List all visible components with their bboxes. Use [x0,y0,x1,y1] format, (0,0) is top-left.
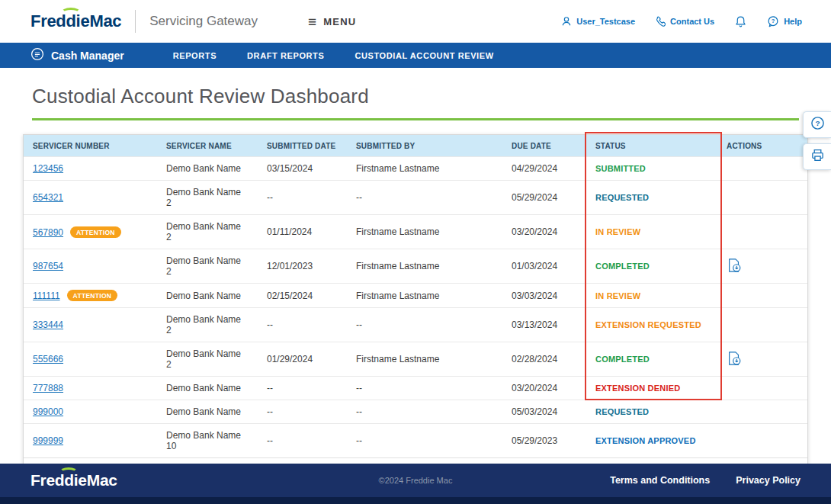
question-circle-icon: ? [810,116,825,133]
nav-item-reports[interactable]: REPORTS [173,51,217,60]
submitted-date-cell: -- [258,377,347,400]
user-menu[interactable]: User_Testcase [561,16,635,27]
side-toolbar: ? [803,111,831,170]
submitted-date-cell: -- [258,308,347,342]
table-row: 777888 Demo Bank Name -- -- 03/20/2024 E… [24,377,807,400]
page-footer: FreddieMac ©2024 Freddie Mac Terms and C… [0,464,831,504]
servicer-number-link[interactable]: 123456 [33,163,63,174]
notifications-button[interactable] [734,15,747,28]
submitted-by-cell: -- [347,424,502,458]
due-date-cell: 05/03/2024 [502,400,586,424]
due-date-cell: 05/29/2024 [502,181,586,215]
servicer-name-cell: Demo Bank Name 2 [157,342,258,377]
help-label: Help [784,17,802,26]
actions-cell [717,157,807,181]
column-header: STATUS [586,135,717,157]
servicer-number-link[interactable]: 999000 [33,406,63,417]
status-cell: EXTENSION APPROVED [586,424,717,458]
column-header: DUE DATE [502,135,586,157]
footer-link-privacy-policy[interactable]: Privacy Policy [736,475,801,486]
actions-cell [717,308,807,342]
help-link[interactable]: ? Help [767,15,802,27]
footer-links: Terms and ConditionsPrivacy Policy [610,475,801,486]
servicer-name-cell: Demo Bank Name 2 [157,215,258,249]
copyright-text: ©2024 Freddie Mac [379,476,453,485]
header-actions: User_Testcase Contact Us ? Help [561,15,802,28]
footer-freddie-mac-logo[interactable]: FreddieMac [30,471,117,490]
submitted-date-cell: -- [258,400,347,424]
due-date-cell: 03/03/2024 [502,284,586,308]
table-row: 654321 Demo Bank Name 2 -- -- 05/29/2024… [24,181,807,215]
servicer-number-link[interactable]: 111111 [33,291,60,301]
nav-item-draft-reports[interactable]: DRAFT REPORTS [247,51,324,60]
table-row: 123456 Demo Bank Name 03/15/2024 Firstna… [24,157,807,181]
download-report-icon[interactable] [727,351,742,366]
app-label: Cash Manager [51,50,124,62]
actions-cell [717,400,807,424]
cash-manager-home[interactable]: Cash Manager [30,47,124,63]
status-cell: EXTENSION REQUESTED [586,308,717,342]
bell-icon [734,15,747,28]
svg-text:?: ? [815,119,820,127]
status-cell: IN REVIEW [586,284,717,308]
servicer-number-link[interactable]: 777888 [33,383,63,393]
product-name: Servicing Gateway [149,14,258,29]
servicer-name-cell: Demo Bank Name 10 [157,424,258,458]
due-date-cell: 01/03/2024 [502,249,586,284]
servicer-number-cell: 999999 [24,424,157,458]
servicer-number-cell: 654321 [24,181,157,215]
submitted-by-cell: -- [347,308,502,342]
servicer-number-link[interactable]: 999999 [33,435,63,446]
actions-cell [717,249,807,284]
footer-logo-text-freddie: Freddie [30,471,87,489]
phone-icon [655,16,666,27]
svg-text:?: ? [772,18,775,24]
submitted-by-cell: -- [347,181,502,215]
column-header: SERVICER NUMBER [24,135,157,157]
servicer-number-cell: 999000 [24,400,157,424]
servicer-name-cell: Demo Bank Name 2 [157,308,258,342]
table-row: 555666 Demo Bank Name 2 01/29/2024 First… [24,342,807,377]
review-table: SERVICER NUMBERSERVICER NAMESUBMITTED DA… [24,135,807,457]
servicer-number-link[interactable]: 654321 [33,192,63,203]
servicer-number-link[interactable]: 555666 [33,354,63,364]
footer-link-terms-and-conditions[interactable]: Terms and Conditions [610,475,710,486]
navbar-items: REPORTSDRAFT REPORTSCUSTODIAL ACCOUNT RE… [173,51,494,60]
menu-label: MENU [323,16,356,27]
servicer-number-link[interactable]: 567890 [33,227,63,238]
review-table-container: SERVICER NUMBERSERVICER NAMESUBMITTED DA… [23,134,808,486]
servicer-number-cell: 567890ATTENTION [24,215,157,249]
cash-manager-icon [30,47,44,63]
servicer-number-cell: 111111ATTENTION [24,284,157,308]
table-row: 999999 Demo Bank Name 10 -- -- 05/29/202… [24,424,807,458]
servicer-number-cell: 777888 [24,377,157,400]
user-icon [561,16,572,27]
download-report-icon[interactable] [727,258,742,273]
servicer-name-cell: Demo Bank Name [157,157,258,181]
freddie-mac-logo[interactable]: FreddieMac [30,11,121,31]
due-date-cell: 03/20/2024 [502,377,586,400]
attention-badge: ATTENTION [70,226,121,238]
column-header: ACTIONS [717,135,807,157]
servicer-name-cell: Demo Bank Name 2 [157,181,258,215]
menu-button[interactable]: ≡ MENU [308,14,356,29]
column-header: SERVICER NAME [157,135,258,157]
servicer-number-link[interactable]: 987654 [33,261,63,271]
servicer-number-link[interactable]: 333444 [33,319,63,330]
help-tool-button[interactable]: ? [803,111,831,138]
app-navbar: Cash Manager REPORTSDRAFT REPORTSCUSTODI… [0,43,831,68]
table-row: 567890ATTENTION Demo Bank Name 2 01/11/2… [24,215,807,249]
logo-swoosh-icon [61,8,81,18]
nav-item-custodial-account-review[interactable]: CUSTODIAL ACCOUNT REVIEW [355,51,493,60]
due-date-cell: 04/29/2024 [502,157,586,181]
submitted-date-cell: -- [258,424,347,458]
actions-cell [717,215,807,249]
servicer-number-cell: 987654 [24,249,157,284]
actions-cell [717,377,807,400]
contact-us-link[interactable]: Contact Us [655,16,714,27]
due-date-cell: 05/29/2023 [502,424,586,458]
submitted-date-cell: 03/15/2024 [258,157,347,181]
servicer-name-cell: Demo Bank Name [157,377,258,400]
print-tool-button[interactable] [803,143,831,170]
help-bubble-icon: ? [767,15,779,27]
